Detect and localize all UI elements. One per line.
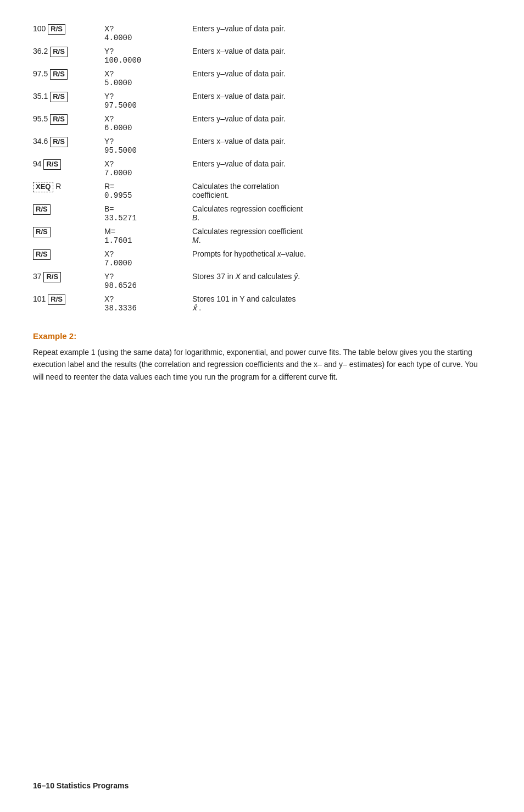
display-value: 1.7601 xyxy=(104,236,189,245)
example2-section: Example 2: Repeat example 1 (using the s… xyxy=(33,331,491,383)
display-value: 97.5000 xyxy=(104,101,189,110)
rs-key: R/S xyxy=(50,92,68,102)
description-cell: Stores 101 in Y and calculatesx̂ . xyxy=(192,292,491,315)
display-value: 5.0000 xyxy=(104,79,189,87)
description-cell: Enters x–value of data pair. xyxy=(192,45,491,67)
display-cell: M=1.7601 xyxy=(104,225,192,247)
input-cell: 35.1 R/S xyxy=(33,90,104,112)
prompt-label: X? xyxy=(104,159,189,168)
input-cell: 95.5 R/S xyxy=(33,112,104,135)
display-value: 4.0000 xyxy=(104,34,189,42)
prompt-label: X? xyxy=(104,69,189,78)
table-row: 101 R/SX?38.3336Stores 101 in Y and calc… xyxy=(33,292,491,315)
input-cell: R/S xyxy=(33,202,104,225)
table-row: 36.2 R/SY?100.0000Enters x–value of data… xyxy=(33,45,491,67)
display-cell: X?4.0000 xyxy=(104,22,192,45)
description-cell: Enters y–value of data pair. xyxy=(192,22,491,45)
rs-key: R/S xyxy=(50,114,68,125)
display-cell: Y?97.5000 xyxy=(104,90,192,112)
input-cell: 100 R/S xyxy=(33,22,104,45)
input-cell: 94 R/S xyxy=(33,157,104,180)
description-cell: Calculates regression coefficientM. xyxy=(192,225,491,247)
input-cell: R/S xyxy=(33,225,104,247)
description-cell: Stores 37 in X and calculates ŷ. xyxy=(192,270,491,292)
display-cell: R=0.9955 xyxy=(104,180,192,202)
prompt-label: X? xyxy=(104,249,189,258)
table-row: 34.6 R/SY?95.5000Enters x–value of data … xyxy=(33,135,491,157)
display-value: 98.6526 xyxy=(104,281,189,290)
display-cell: B=33.5271 xyxy=(104,202,192,225)
table-row: 94 R/SX?7.0000Enters y–value of data pai… xyxy=(33,157,491,180)
display-value: 0.9955 xyxy=(104,191,189,200)
rs-key: R/S xyxy=(33,204,51,215)
rs-key: R/S xyxy=(48,24,65,35)
description-cell: Prompts for hypothetical x–value. xyxy=(192,247,491,270)
rs-key: R/S xyxy=(33,249,51,260)
description-cell: Enters x–value of data pair. xyxy=(192,90,491,112)
table-row: R/SX?7.0000Prompts for hypothetical x–va… xyxy=(33,247,491,270)
prompt-label: M= xyxy=(104,227,189,236)
table-row: 100 R/SX?4.0000Enters y–value of data pa… xyxy=(33,22,491,45)
display-cell: Y?98.6526 xyxy=(104,270,192,292)
data-table: 100 R/SX?4.0000Enters y–value of data pa… xyxy=(33,22,491,315)
rs-key: R/S xyxy=(48,294,65,305)
display-value: 38.3336 xyxy=(104,304,189,313)
display-value: 100.0000 xyxy=(104,56,189,65)
display-cell: X?5.0000 xyxy=(104,67,192,90)
display-value: 7.0000 xyxy=(104,259,189,268)
display-cell: Y?100.0000 xyxy=(104,45,192,67)
table-row: 95.5 R/SX?6.0000Enters y–value of data p… xyxy=(33,112,491,135)
display-value: 33.5271 xyxy=(104,214,189,223)
input-cell: XEQ R xyxy=(33,180,104,202)
display-value: 7.0000 xyxy=(104,169,189,177)
description-cell: Calculates regression coefficientB. xyxy=(192,202,491,225)
rs-key: R/S xyxy=(50,137,68,147)
display-cell: X?38.3336 xyxy=(104,292,192,315)
rs-key: R/S xyxy=(43,272,61,282)
rs-key: R/S xyxy=(50,69,68,80)
display-cell: Y?95.5000 xyxy=(104,135,192,157)
xeq-key: XEQ xyxy=(33,182,53,192)
table-row: XEQ RR=0.9955Calculates the correlationc… xyxy=(33,180,491,202)
prompt-label: X? xyxy=(104,24,189,33)
rs-key: R/S xyxy=(33,227,51,237)
prompt-label: Y? xyxy=(104,137,189,146)
rs-key: R/S xyxy=(43,159,61,170)
description-cell: Enters y–value of data pair. xyxy=(192,67,491,90)
prompt-label: X? xyxy=(104,114,189,123)
example2-text: Repeat example 1 (using the same data) f… xyxy=(33,346,483,383)
table-row: R/SM=1.7601Calculates regression coeffic… xyxy=(33,225,491,247)
prompt-label: X? xyxy=(104,294,189,303)
display-value: 95.5000 xyxy=(104,146,189,155)
description-cell: Enters y–value of data pair. xyxy=(192,157,491,180)
input-cell: 37 R/S xyxy=(33,270,104,292)
prompt-label: R= xyxy=(104,182,189,191)
prompt-label: Y? xyxy=(104,272,189,281)
input-cell: 101 R/S xyxy=(33,292,104,315)
prompt-label: B= xyxy=(104,204,189,213)
input-cell: R/S xyxy=(33,247,104,270)
table-row: R/SB=33.5271Calculates regression coeffi… xyxy=(33,202,491,225)
input-cell: 34.6 R/S xyxy=(33,135,104,157)
display-cell: X?7.0000 xyxy=(104,157,192,180)
input-cell: 97.5 R/S xyxy=(33,67,104,90)
display-cell: X?7.0000 xyxy=(104,247,192,270)
page-footer: 16–10 Statistics Programs xyxy=(33,781,129,790)
table-row: 97.5 R/SX?5.0000Enters y–value of data p… xyxy=(33,67,491,90)
description-cell: Enters y–value of data pair. xyxy=(192,112,491,135)
prompt-label: Y? xyxy=(104,47,189,55)
display-cell: X?6.0000 xyxy=(104,112,192,135)
input-cell: 36.2 R/S xyxy=(33,45,104,67)
prompt-label: Y? xyxy=(104,92,189,101)
description-cell: Enters x–value of data pair. xyxy=(192,135,491,157)
table-row: 35.1 R/SY?97.5000Enters x–value of data … xyxy=(33,90,491,112)
description-cell: Calculates the correlationcoefficient. xyxy=(192,180,491,202)
table-row: 37 R/SY?98.6526Stores 37 in X and calcul… xyxy=(33,270,491,292)
rs-key: R/S xyxy=(50,47,68,57)
display-value: 6.0000 xyxy=(104,124,189,132)
example2-heading: Example 2: xyxy=(33,331,491,341)
